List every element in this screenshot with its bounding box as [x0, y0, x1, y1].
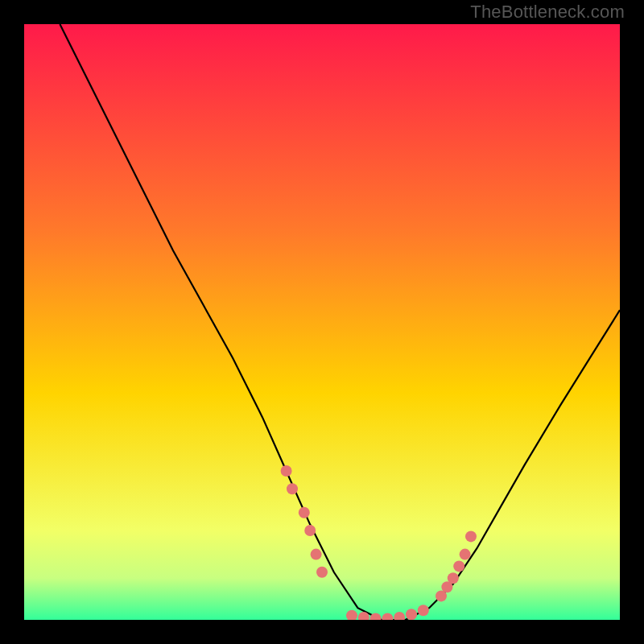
data-point-dot [453, 560, 464, 572]
data-point-dot [304, 525, 316, 536]
data-point-dot [465, 530, 477, 542]
chart-frame [16, 16, 628, 628]
watermark-text: TheBottleneck.com [470, 2, 625, 23]
data-point-dot [287, 483, 298, 494]
gradient-background [24, 24, 620, 620]
data-point-dot [311, 549, 322, 560]
data-point-dot [460, 549, 471, 560]
data-point-dot [418, 605, 429, 616]
data-point-dot [448, 572, 459, 584]
bottleneck-chart [24, 24, 620, 620]
data-point-dot [281, 465, 292, 477]
data-point-dot [406, 609, 417, 620]
data-point-dot [316, 567, 328, 578]
data-point-dot [299, 507, 310, 518]
